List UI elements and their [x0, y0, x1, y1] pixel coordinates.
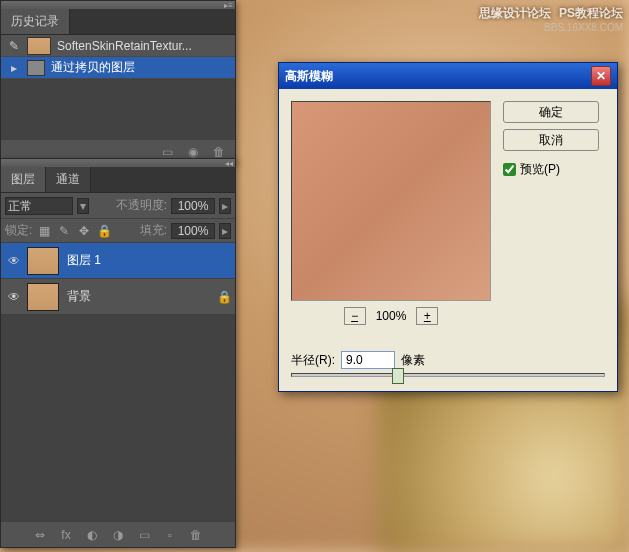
brush-icon: ✎ — [5, 37, 23, 55]
opacity-label: 不透明度: — [116, 197, 167, 214]
cancel-button[interactable]: 取消 — [503, 129, 599, 151]
ok-button[interactable]: 确定 — [503, 101, 599, 123]
layer-copy-icon — [27, 60, 45, 76]
radius-label: 半径(R): — [291, 352, 335, 369]
history-label: 通过拷贝的图层 — [51, 59, 135, 76]
trash-icon[interactable]: 🗑 — [188, 528, 204, 542]
dialog-titlebar[interactable]: 高斯模糊 ✕ — [279, 63, 617, 89]
radius-input[interactable] — [341, 351, 395, 369]
panel-titlebar[interactable]: ◂◂ — [1, 159, 235, 167]
tab-history[interactable]: 历史记录 — [1, 9, 70, 34]
lock-move-icon[interactable]: ✥ — [76, 223, 92, 239]
watermark-text-1: 思缘设计论坛 — [479, 6, 551, 20]
history-item[interactable]: ▸ 通过拷贝的图层 — [1, 57, 235, 79]
layer-thumb — [27, 247, 59, 275]
link-icon[interactable]: ⇔ — [32, 528, 48, 542]
visibility-icon[interactable]: 👁 — [5, 288, 23, 306]
radius-slider[interactable] — [291, 373, 605, 377]
dialog-title: 高斯模糊 — [285, 68, 591, 85]
lock-transparent-icon[interactable]: ▦ — [36, 223, 52, 239]
history-label: SoftenSkinRetainTextur... — [57, 39, 192, 53]
folder-icon[interactable]: ▭ — [136, 528, 152, 542]
arrow-icon: ▸ — [5, 59, 23, 77]
lock-label: 锁定: — [5, 222, 32, 239]
watermark-text-0: PS教程论坛 — [559, 6, 623, 20]
visibility-icon[interactable]: 👁 — [5, 252, 23, 270]
blend-dropdown-icon[interactable]: ▾ — [77, 198, 89, 214]
zoom-value: 100% — [376, 309, 407, 323]
close-icon[interactable]: ✕ — [591, 66, 611, 86]
opacity-value[interactable]: 100% — [171, 198, 215, 214]
fx-icon[interactable]: fx — [58, 528, 74, 542]
history-item[interactable]: ✎ SoftenSkinRetainTextur... — [1, 35, 235, 57]
adjustment-icon[interactable]: ◑ — [110, 528, 126, 542]
preview-checkbox-label: 预览(P) — [520, 161, 560, 178]
fill-arrow-icon[interactable]: ▸ — [219, 223, 231, 239]
document-icon[interactable]: ▭ — [159, 145, 175, 159]
history-empty-area — [1, 79, 235, 139]
watermark-text-2: BBS.16XX8.COM — [544, 22, 623, 33]
history-thumb — [27, 37, 51, 55]
layers-panel: ◂◂ 图层 通道 正常 ▾ 不透明度: 100% ▸ 锁定: ▦ ✎ ✥ 🔒 填… — [0, 158, 236, 548]
trash-icon[interactable]: 🗑 — [211, 145, 227, 159]
mask-icon[interactable]: ◐ — [84, 528, 100, 542]
layer-name[interactable]: 图层 1 — [67, 252, 231, 269]
lock-brush-icon[interactable]: ✎ — [56, 223, 72, 239]
lock-all-icon[interactable]: 🔒 — [96, 223, 112, 239]
fill-value[interactable]: 100% — [171, 223, 215, 239]
camera-icon[interactable]: ◉ — [185, 145, 201, 159]
tab-layers[interactable]: 图层 — [1, 167, 46, 192]
layer-row[interactable]: 👁 图层 1 — [1, 243, 235, 279]
preview-checkbox[interactable] — [503, 163, 516, 176]
layers-empty-area — [1, 315, 235, 521]
lock-indicator-icon: 🔒 — [217, 290, 231, 304]
tab-channels[interactable]: 通道 — [46, 167, 91, 192]
blend-mode-select[interactable]: 正常 — [5, 197, 73, 215]
layer-row[interactable]: 👁 背景 🔒 — [1, 279, 235, 315]
panel-menu-icon[interactable]: ▸≡ — [224, 1, 233, 10]
new-layer-icon[interactable]: ▫ — [162, 528, 178, 542]
history-panel: ▸≡ 历史记录 ✎ SoftenSkinRetainTextur... ▸ 通过… — [0, 0, 236, 164]
panel-titlebar[interactable]: ▸≡ — [1, 1, 235, 9]
layer-thumb — [27, 283, 59, 311]
opacity-arrow-icon[interactable]: ▸ — [219, 198, 231, 214]
layer-name[interactable]: 背景 — [67, 288, 217, 305]
zoom-in-button[interactable]: + — [416, 307, 438, 325]
preview-image[interactable] — [291, 101, 491, 301]
slider-thumb[interactable] — [392, 368, 404, 384]
zoom-out-button[interactable]: − — [344, 307, 366, 325]
preview-checkbox-row[interactable]: 预览(P) — [503, 161, 599, 178]
radius-unit: 像素 — [401, 352, 425, 369]
fill-label: 填充: — [140, 222, 167, 239]
gaussian-blur-dialog: 高斯模糊 ✕ − 100% + 确定 取消 预览(P) 半径(R): 像素 — [278, 62, 618, 392]
